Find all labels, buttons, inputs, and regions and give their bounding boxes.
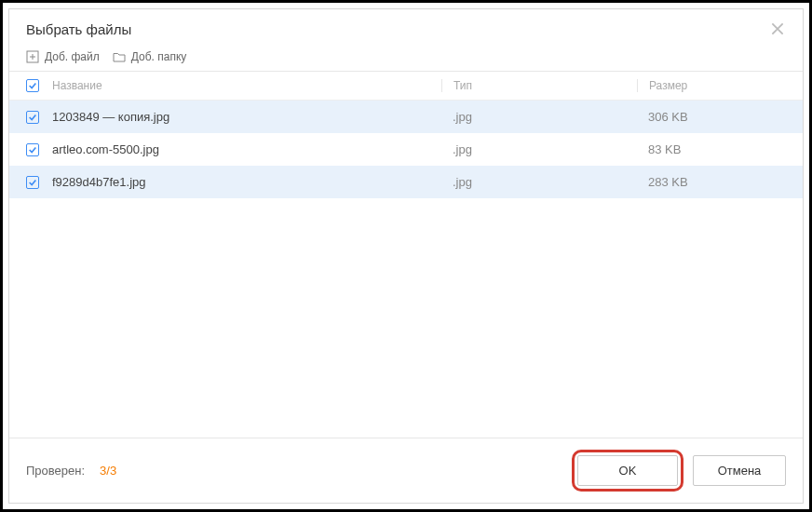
- ok-button[interactable]: OK: [577, 455, 678, 486]
- row-checkbox[interactable]: [26, 176, 39, 189]
- dialog-header: Выбрать файлы: [9, 9, 803, 50]
- file-size: 306 KB: [637, 110, 786, 124]
- column-header-size[interactable]: Размер: [637, 79, 786, 92]
- table-row[interactable]: f9289d4b7fe1.jpg .jpg 283 KB: [9, 166, 803, 198]
- toolbar: Доб. файл Доб. папку: [9, 50, 803, 72]
- table-header: Название Тип Размер: [9, 72, 803, 101]
- row-checkbox[interactable]: [26, 111, 39, 124]
- ok-button-highlight: OK: [572, 450, 683, 492]
- column-header-name[interactable]: Название: [52, 79, 441, 92]
- plus-square-icon: [26, 50, 39, 63]
- status-count: 3/3: [100, 464, 116, 478]
- dialog-title: Выбрать файлы: [26, 21, 131, 37]
- folder-icon: [113, 50, 126, 63]
- table-row[interactable]: 1203849 — копия.jpg .jpg 306 KB: [9, 101, 803, 133]
- file-type: .jpg: [441, 142, 637, 156]
- file-name: f9289d4b7fe1.jpg: [52, 175, 441, 189]
- file-size: 83 KB: [637, 142, 786, 156]
- row-checkbox[interactable]: [26, 143, 39, 156]
- add-file-label: Доб. файл: [45, 50, 100, 63]
- dialog-footer: Проверен: 3/3 OK Отмена: [9, 438, 803, 503]
- column-header-type[interactable]: Тип: [441, 79, 637, 92]
- add-file-button[interactable]: Доб. файл: [26, 50, 100, 63]
- close-icon[interactable]: [769, 20, 786, 37]
- add-folder-button[interactable]: Доб. папку: [113, 50, 187, 63]
- file-type: .jpg: [441, 175, 637, 189]
- file-size: 283 KB: [637, 175, 786, 189]
- file-name: 1203849 — копия.jpg: [52, 110, 441, 124]
- select-all-checkbox[interactable]: [26, 79, 39, 92]
- cancel-button[interactable]: Отмена: [693, 455, 786, 486]
- add-folder-label: Доб. папку: [131, 50, 187, 63]
- status-label: Проверен:: [26, 464, 85, 478]
- table-row[interactable]: artleo.com-5500.jpg .jpg 83 KB: [9, 133, 803, 166]
- file-select-dialog: Выбрать файлы Доб. файл Доб. папку: [8, 8, 804, 504]
- file-list: 1203849 — копия.jpg .jpg 306 KB artleo.c…: [9, 101, 803, 438]
- file-name: artleo.com-5500.jpg: [52, 142, 441, 156]
- file-type: .jpg: [441, 110, 637, 124]
